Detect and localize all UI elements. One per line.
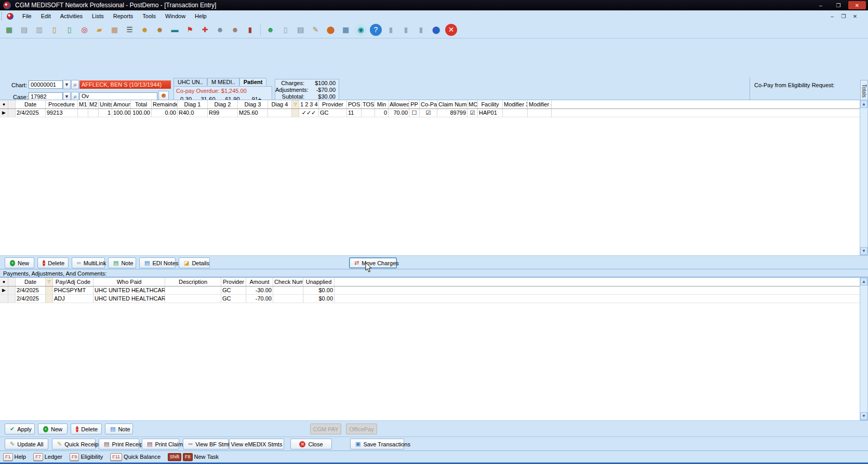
payments-scrollbar[interactable]: ▲ ▼ <box>860 277 868 420</box>
statusbar-new-task[interactable]: ShiftF8New Task <box>168 453 219 461</box>
address-book-icon[interactable]: ▮ <box>244 24 256 36</box>
menu-edit[interactable]: Edit <box>36 12 56 20</box>
officepay-button[interactable]: OfficePay <box>346 424 377 434</box>
scroll-down-icon[interactable]: ▼ <box>860 247 867 255</box>
payment-delete-button[interactable]: −Delete <box>71 424 102 434</box>
side-tab-totals[interactable]: Totals <box>860 80 868 102</box>
column-header[interactable]: TOS <box>362 100 375 108</box>
column-header[interactable]: Who Paid <box>94 278 165 286</box>
scroll-down-icon[interactable]: ▼ <box>860 412 867 420</box>
column-header[interactable]: Diag 4 <box>268 100 292 108</box>
save-transactions-button[interactable]: ▣Save Transactions <box>350 439 404 449</box>
diagnosis-pin-icon[interactable]: ⚑ <box>184 24 196 36</box>
exit-icon[interactable]: ✕ <box>445 24 457 36</box>
statusbar-help[interactable]: F1Help <box>3 453 26 461</box>
column-header[interactable]: Claim Number <box>437 100 468 108</box>
statusbar-quick-balance[interactable]: F11Quick Balance <box>110 453 161 461</box>
column-header[interactable] <box>8 278 16 286</box>
table-row[interactable]: 2/4/2025ADJUHC UNITED HEALTHCARGC-70.00$… <box>0 295 860 303</box>
column-header[interactable]: ▽ <box>292 100 299 108</box>
column-header[interactable]: Units <box>99 100 112 108</box>
cgm-pay-button[interactable]: CGM PAY <box>310 424 341 434</box>
quick-receipt-button[interactable]: ✎Quick Receipt <box>52 439 96 449</box>
column-header[interactable]: MC <box>468 100 478 108</box>
edi-notes-button[interactable]: ▤EDI Notes <box>139 257 176 268</box>
column-header[interactable]: Provider <box>221 278 246 286</box>
menu-window[interactable]: Window <box>161 12 190 20</box>
patient-add-icon[interactable]: ☻ <box>139 24 151 36</box>
claims-icon[interactable]: ▯ <box>279 24 291 36</box>
column-header[interactable]: M1 <box>78 100 88 108</box>
menu-activities[interactable]: Activities <box>56 12 87 20</box>
column-header[interactable]: Co-Pay <box>420 100 437 108</box>
target-icon[interactable]: ◎ <box>78 24 90 36</box>
multilink-button[interactable]: ∞MultiLink <box>72 257 105 268</box>
column-header[interactable]: Procedure <box>46 100 78 108</box>
transaction-entry-icon[interactable]: ◉ <box>355 24 367 36</box>
notes-icon[interactable]: ▤ <box>18 24 30 36</box>
column-header[interactable]: ● <box>0 278 8 286</box>
referring-provider-icon[interactable]: ☻ <box>229 24 241 36</box>
close-button[interactable]: ✕Close <box>290 439 332 449</box>
case-add-icon[interactable]: ✚ <box>199 24 211 36</box>
view-bf-stmts-button[interactable]: ∾View BF Stmts <box>183 439 229 449</box>
close-icon[interactable]: ✕ <box>848 1 866 9</box>
mdi-restore-icon[interactable]: ❐ <box>838 13 849 19</box>
folder-icon[interactable]: ▰ <box>94 24 105 36</box>
apply-button[interactable]: ✔Apply <box>5 424 35 434</box>
column-header[interactable]: Amount <box>112 100 131 108</box>
minimize-icon[interactable]: – <box>813 1 829 9</box>
table-row[interactable]: ▶2/4/2025992131100.00100.000.00R40.0R99M… <box>0 109 860 117</box>
payment-new-button[interactable]: +New <box>38 424 68 434</box>
charge-new-button[interactable]: +New <box>5 257 34 268</box>
tab-patient[interactable]: Patient <box>239 78 267 86</box>
scroll-up-icon[interactable]: ▲ <box>860 278 867 285</box>
column-header[interactable]: PP <box>409 100 420 108</box>
meter-icon[interactable]: ▮ <box>415 24 427 36</box>
move-charges-button[interactable]: ⇄Move Charges <box>349 257 397 268</box>
column-header[interactable]: ▽ <box>46 278 53 286</box>
column-header[interactable]: Total <box>131 100 152 108</box>
column-header[interactable]: Amount <box>246 278 273 286</box>
clinician-icon[interactable]: ☻ <box>214 24 226 36</box>
column-header[interactable]: Date <box>16 100 46 108</box>
web-icon[interactable]: ⬤ <box>430 24 442 36</box>
charges-scrollbar[interactable]: ▲ ▼ <box>860 100 868 255</box>
menu-reports[interactable]: Reports <box>109 12 138 20</box>
device-icon[interactable]: ▮ <box>400 24 412 36</box>
clipboard-add-icon[interactable]: ▯ <box>63 24 75 36</box>
calendar-icon[interactable]: ▦ <box>109 24 121 36</box>
column-header[interactable]: M2 <box>88 100 99 108</box>
print-claim-button[interactable]: ▤Print Claim <box>142 439 179 449</box>
maximize-icon[interactable]: ❐ <box>831 1 846 9</box>
quick-ledger-icon[interactable]: ⬤ <box>325 24 337 36</box>
tab-uhc[interactable]: UHC UN.. <box>173 78 207 86</box>
clipboard-icon[interactable]: ▯ <box>48 24 60 36</box>
column-header[interactable]: POS <box>347 100 362 108</box>
payment-note-button[interactable]: ▤Note <box>105 424 133 434</box>
chart-search-icon[interactable]: ⌕ <box>71 80 79 89</box>
column-header[interactable]: Unapplied <box>303 278 335 286</box>
statement-icon[interactable]: ▤ <box>295 24 306 36</box>
column-header[interactable]: Description <box>165 278 221 286</box>
charge-note-button[interactable]: ▤Note <box>108 257 136 268</box>
view-emedix-stmts-button[interactable]: View eMEDIX Stmts <box>229 439 284 449</box>
details-button[interactable]: ◪Details <box>179 257 210 268</box>
column-header[interactable]: Min <box>375 100 389 108</box>
update-all-button[interactable]: ✎Update All <box>5 439 48 449</box>
tab-medicare[interactable]: M MEDI.. <box>207 78 239 86</box>
help-icon[interactable]: ? <box>370 24 382 36</box>
mdi-minimize-icon[interactable]: – <box>826 13 838 19</box>
column-header[interactable]: Allowed <box>389 100 409 108</box>
patient-edit-icon[interactable]: ☻ <box>154 24 166 36</box>
column-header[interactable]: Remainder <box>152 100 178 108</box>
column-header[interactable] <box>8 100 16 108</box>
traffic-light-icon[interactable]: ☰ <box>124 24 136 36</box>
wallet-icon[interactable]: ▬ <box>169 24 181 36</box>
report-table-icon[interactable]: ▦ <box>340 24 352 36</box>
column-header[interactable]: Diag 2 <box>208 100 238 108</box>
column-header[interactable]: ● <box>0 100 8 108</box>
copy-document-icon[interactable]: ▥ <box>33 24 45 36</box>
menu-tools[interactable]: Tools <box>138 12 161 20</box>
statusbar-ledger[interactable]: F7Ledger <box>33 453 62 461</box>
